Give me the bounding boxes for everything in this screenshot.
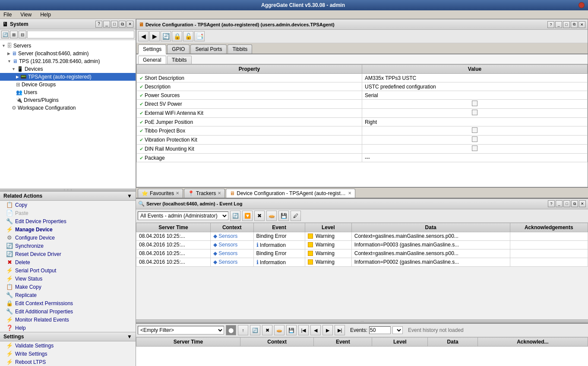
- tree-search-input[interactable]: [27, 31, 134, 38]
- bookmark-event-button[interactable]: 🖊: [291, 211, 301, 221]
- filter-export-button[interactable]: 💾: [286, 325, 297, 335]
- filter-chart-button[interactable]: 🥧: [274, 325, 285, 335]
- filter-apply-button[interactable]: ⬤: [226, 325, 236, 335]
- global-tab-trackers[interactable]: 📍 Trackers ✕: [184, 189, 225, 198]
- action-serial-port[interactable]: ⚡ Serial Port Output: [0, 266, 136, 274]
- unlock-button[interactable]: 🔓: [183, 31, 193, 41]
- forward-button[interactable]: ▶: [149, 31, 160, 41]
- action-copy[interactable]: 📋 Copy: [0, 201, 136, 209]
- close-device-config-tab[interactable]: ✕: [348, 191, 351, 196]
- filter-save-button[interactable]: ↑: [238, 325, 248, 335]
- tree-item-localhost[interactable]: ▶ 🖥 Server (localhost:6460, admin): [0, 50, 136, 57]
- tree-item-devices[interactable]: ▼ 📱 Devices: [0, 65, 136, 73]
- action-help[interactable]: ❓ Help: [0, 324, 136, 332]
- checkbox-din[interactable]: [472, 145, 477, 151]
- clear-event-button[interactable]: ✖: [254, 211, 265, 221]
- bookmark-button[interactable]: 📑: [194, 31, 205, 41]
- close-panel-button[interactable]: ✕: [126, 21, 133, 28]
- events-count-input[interactable]: [369, 326, 391, 334]
- detach-event-button[interactable]: ⧉: [571, 200, 578, 207]
- context-link[interactable]: ◆ Sensors: [213, 242, 237, 248]
- checkbox-wifi[interactable]: [472, 110, 477, 115]
- tree-item-tps[interactable]: ▼ 🖥 TPS (192.168.75.208:6460, admin): [0, 57, 136, 65]
- tree-item-workspace[interactable]: ⚙ Workspace Configuration: [0, 104, 136, 112]
- tree-item-tpsagent[interactable]: ▶ 📟 TPSAgent (auto-registered): [0, 73, 136, 81]
- checkbox-direct5v[interactable]: [472, 101, 477, 106]
- close-win-button[interactable]: ✕: [579, 21, 585, 28]
- events-count-dropdown[interactable]: ▼: [392, 326, 403, 334]
- settings-header[interactable]: Settings ▼: [0, 332, 136, 341]
- help-event-button[interactable]: ?: [548, 200, 555, 207]
- back-button[interactable]: ◀: [138, 31, 149, 41]
- minimize-button[interactable]: _: [103, 21, 110, 28]
- bottom-filter-select[interactable]: <Empty Filter>: [138, 326, 224, 334]
- context-link[interactable]: ◆ Sensors: [213, 233, 237, 239]
- tab-settings[interactable]: Settings: [138, 44, 166, 54]
- checkbox-vibration[interactable]: [472, 136, 477, 142]
- tab-tibbits[interactable]: Tibbits: [228, 44, 252, 54]
- inner-tab-tibbits[interactable]: Tibbits: [167, 56, 192, 64]
- maximize-button[interactable]: □: [111, 21, 118, 28]
- expand-all-button[interactable]: ⊞: [10, 31, 18, 38]
- action-reset-driver[interactable]: 🔄 Reset Device Driver: [0, 250, 136, 258]
- save-event-button[interactable]: 💾: [278, 211, 289, 221]
- global-tab-favourites[interactable]: ⭐ Favourites ✕: [138, 189, 183, 198]
- action-edit-device-props[interactable]: 🔧 Edit Device Properties: [0, 217, 136, 225]
- refresh-event-button[interactable]: 🔄: [230, 211, 240, 221]
- menu-file[interactable]: File: [2, 11, 13, 18]
- tree-item-drivers[interactable]: 🔌 Drivers/Plugins: [0, 96, 136, 104]
- tree-item-device-groups[interactable]: ⊞ Device Groups: [0, 81, 136, 88]
- filter-event-button[interactable]: 🔽: [242, 211, 253, 221]
- action-configure-device[interactable]: ⚙ Configure Device: [0, 233, 136, 242]
- context-link[interactable]: ◆ Sensors: [213, 250, 237, 256]
- nav-first-button[interactable]: |◀: [298, 325, 309, 335]
- inner-tab-general[interactable]: General: [138, 56, 166, 64]
- context-link[interactable]: ◆ Sensors: [213, 259, 237, 265]
- menu-view[interactable]: View: [19, 11, 33, 18]
- action-validate-settings[interactable]: ⚡ Validate Settings: [0, 341, 136, 350]
- action-edit-context-perms[interactable]: 🔒 Edit Context Permissions: [0, 299, 136, 307]
- event-resize-handle[interactable]: ⋯: [136, 319, 588, 323]
- action-write-settings[interactable]: ⚡ Write Settings: [0, 350, 136, 358]
- related-actions-header[interactable]: Related Actions ▼: [0, 192, 136, 201]
- action-synchronize[interactable]: 🔄 Synchronize: [0, 242, 136, 250]
- tree-item-users[interactable]: 👥 Users: [0, 88, 136, 96]
- action-view-status[interactable]: ⚡ View Status: [0, 274, 136, 283]
- tab-serial-ports[interactable]: Serial Ports: [190, 44, 227, 54]
- action-delete[interactable]: ✖ Delete: [0, 258, 136, 266]
- nav-last-button[interactable]: ▶|: [335, 325, 345, 335]
- action-manage-device[interactable]: ⚡ Manage Device: [0, 225, 136, 233]
- close-event-button[interactable]: ✕: [579, 200, 586, 207]
- close-button[interactable]: [579, 2, 585, 8]
- collapse-all-button[interactable]: ⊟: [19, 31, 26, 38]
- minimize-win-button[interactable]: _: [555, 21, 562, 28]
- refresh-button[interactable]: 🔄: [161, 31, 171, 41]
- global-tab-device-config[interactable]: 🖥 Device Configuration - TPSAgent (auto-…: [226, 189, 355, 198]
- action-monitor-events[interactable]: ⚡ Monitor Related Events: [0, 316, 136, 324]
- maximize-win-button[interactable]: □: [563, 21, 570, 28]
- nav-next-button[interactable]: ▶: [322, 325, 333, 335]
- minimize-event-button[interactable]: _: [556, 200, 563, 207]
- detach-button[interactable]: ⧉: [119, 21, 126, 28]
- action-make-copy[interactable]: 📋 Make Copy: [0, 283, 136, 291]
- refresh-tree-button[interactable]: 🔄: [1, 31, 9, 38]
- close-favourites-tab[interactable]: ✕: [176, 191, 179, 196]
- filter-refresh-button[interactable]: 🔄: [250, 325, 260, 335]
- menu-help[interactable]: Help: [38, 11, 53, 18]
- nav-prev-button[interactable]: ◀: [310, 325, 321, 335]
- action-edit-additional-props[interactable]: 🔧 Edit Additional Properties: [0, 307, 136, 316]
- help-win-button[interactable]: ?: [547, 21, 554, 28]
- action-replicate[interactable]: 🔧 Replicate: [0, 291, 136, 299]
- filter-clear-button[interactable]: ✖: [262, 325, 272, 335]
- detach-win-button[interactable]: ⧉: [571, 21, 578, 28]
- action-reboot[interactable]: ⚡ Reboot LTPS: [0, 358, 136, 366]
- close-trackers-tab[interactable]: ✕: [218, 191, 221, 196]
- event-filter-select[interactable]: All Events - admin (Administrator): [138, 211, 228, 220]
- action-paste[interactable]: 📄 Paste: [0, 209, 136, 217]
- lock-button[interactable]: 🔒: [172, 31, 182, 41]
- help-button[interactable]: ?: [95, 21, 102, 28]
- tree-item-servers[interactable]: ▼ 🗄 Servers: [0, 42, 136, 50]
- tab-gpio[interactable]: GPIO: [167, 44, 190, 54]
- maximize-event-button[interactable]: □: [563, 200, 570, 207]
- checkbox-tibbo[interactable]: [472, 127, 477, 133]
